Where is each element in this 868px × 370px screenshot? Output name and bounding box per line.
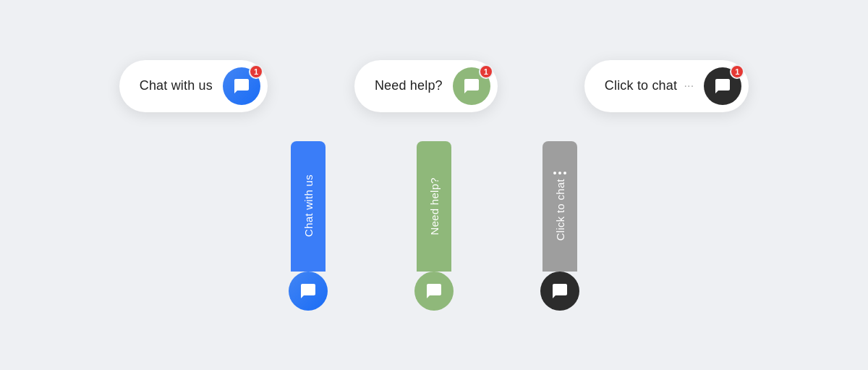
badge-1: 1 xyxy=(249,64,263,79)
dot-1 xyxy=(553,172,556,175)
vertical-tab-green-label: Need help? xyxy=(428,177,441,235)
need-help-vertical[interactable]: Need help? xyxy=(414,141,454,311)
chat-bubble-icon xyxy=(233,77,250,95)
badge-2: 1 xyxy=(479,64,493,79)
need-help-icon-wrapper[interactable]: 1 xyxy=(453,67,490,105)
top-row: Chat with us 1 Need help? 1 Click to cha… xyxy=(119,60,749,112)
vertical-tab-green[interactable]: Need help? xyxy=(417,141,451,272)
dot-2 xyxy=(558,172,561,175)
vertical-tab-blue[interactable]: Chat with us xyxy=(291,141,326,272)
chat-with-us-pill[interactable]: Chat with us 1 xyxy=(119,60,268,112)
vertical-chat-icon-blue xyxy=(299,282,317,300)
vertical-tab-blue-label: Chat with us xyxy=(302,175,315,237)
bottom-row: Chat with us Need help? xyxy=(289,141,579,311)
click-to-chat-vertical[interactable]: Click to chat xyxy=(540,141,579,311)
chat-with-us-icon-wrapper[interactable]: 1 xyxy=(223,67,260,105)
click-to-chat-pill[interactable]: Click to chat ··· 1 xyxy=(584,60,749,112)
click-to-chat-icon-wrapper[interactable]: 1 xyxy=(704,67,741,105)
vertical-icon-dark[interactable] xyxy=(540,272,579,311)
vertical-icon-green[interactable] xyxy=(414,272,454,311)
dot-3 xyxy=(563,172,566,175)
chat-bubble-icon-green xyxy=(463,77,480,95)
vertical-tab-gray-label: Click to chat xyxy=(554,179,566,241)
vertical-chat-icon-green xyxy=(425,282,443,300)
chat-with-us-label: Chat with us xyxy=(140,78,213,93)
vertical-chat-icon-dark xyxy=(551,282,569,300)
main-container: Chat with us 1 Need help? 1 Click to cha… xyxy=(0,60,868,311)
badge-3: 1 xyxy=(730,64,744,79)
vertical-tab-gray[interactable]: Click to chat xyxy=(542,141,577,272)
need-help-pill[interactable]: Need help? 1 xyxy=(354,60,498,112)
chat-with-us-vertical[interactable]: Chat with us xyxy=(289,141,328,311)
chat-bubble-icon-dark xyxy=(714,77,731,95)
click-to-chat-label: Click to chat ··· xyxy=(605,78,694,93)
need-help-label: Need help? xyxy=(375,78,443,93)
vertical-icon-blue[interactable] xyxy=(289,272,328,311)
